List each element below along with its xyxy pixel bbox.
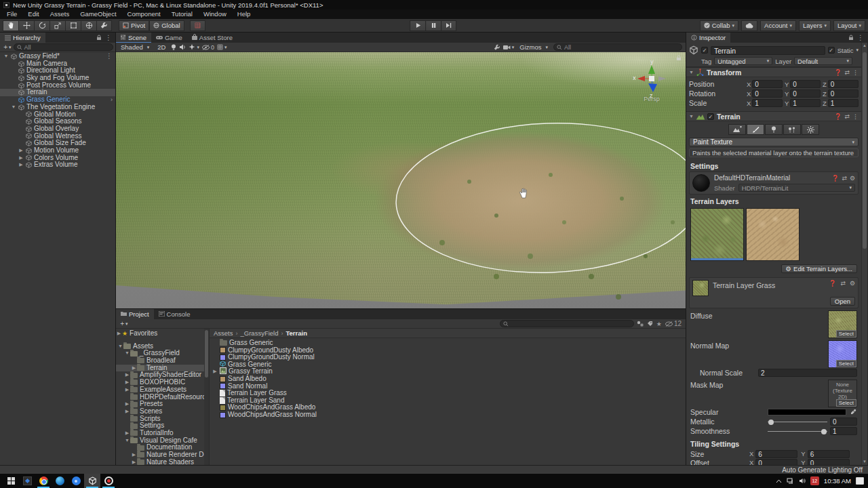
auto-generate-lighting-button[interactable]: Auto Generate Lighting Off xyxy=(782,466,863,474)
rotate-tool-button[interactable] xyxy=(34,20,50,31)
tab-hierarchy[interactable]: Hierarchy xyxy=(0,33,45,43)
position-x-field[interactable]: 0 xyxy=(752,80,783,88)
asset-grass-generic[interactable]: Grass Generic xyxy=(212,340,686,347)
scale-tool-button[interactable] xyxy=(50,20,65,31)
scale-z-field[interactable]: 1 xyxy=(828,99,859,107)
offset-x-field[interactable]: 0 xyxy=(755,459,797,466)
tab-asset-store[interactable]: Asset Store xyxy=(187,33,237,43)
panel-menu-icon[interactable]: ⋮ xyxy=(857,34,864,41)
scene-hidden-count[interactable]: 0 xyxy=(202,44,214,51)
select-button[interactable]: Select xyxy=(836,399,856,407)
network-icon[interactable] xyxy=(787,478,794,484)
material-preview-sphere[interactable] xyxy=(692,174,710,192)
expander-icon[interactable]: ▼ xyxy=(124,350,130,357)
tray-chevron-icon[interactable] xyxy=(776,479,782,483)
normal-map-texture-slot[interactable]: Select xyxy=(828,340,857,368)
expander-icon[interactable]: ▶ xyxy=(18,155,24,162)
breadcrumb-terrain[interactable]: Terrain xyxy=(285,329,307,337)
scene-camera-dropdown[interactable]: ▾ xyxy=(503,45,515,50)
static-dropdown-caret[interactable]: ▾ xyxy=(856,47,859,53)
smoothness-field[interactable]: 1 xyxy=(830,427,857,435)
start-button[interactable] xyxy=(3,474,19,488)
step-button[interactable] xyxy=(441,20,456,31)
project-search-input[interactable] xyxy=(500,320,634,327)
menu-window[interactable]: Window xyxy=(198,9,232,19)
menu-file[interactable]: File xyxy=(1,9,22,19)
hierarchy-item-the-vegetation-engine[interactable]: ▼The Vegetation Engine xyxy=(0,104,115,111)
menu-gameobject[interactable]: GameObject xyxy=(75,9,121,19)
project-folder-exampleassets[interactable]: ▶ExampleAssets xyxy=(116,386,209,394)
account-dropdown[interactable]: Account▾ xyxy=(760,20,796,31)
foldout-icon[interactable]: ▼ xyxy=(689,114,694,119)
project-tree-scrollbar[interactable] xyxy=(204,329,209,466)
terrain-component-header[interactable]: ▼ ✓ Terrain ❓ ⇄ ⋮ xyxy=(686,111,861,121)
hierarchy-search-input[interactable]: All xyxy=(14,43,113,51)
active-checkbox[interactable]: ✓ xyxy=(701,47,708,54)
prefab-open-arrow[interactable]: › xyxy=(111,96,115,104)
custom-tool-button[interactable] xyxy=(96,20,112,31)
search-by-label-icon[interactable] xyxy=(647,321,653,327)
presets-icon[interactable]: ⇄ xyxy=(844,113,850,120)
rotation-y-field[interactable]: 0 xyxy=(790,89,821,98)
global-toggle-button[interactable]: Global xyxy=(149,20,184,31)
smoothness-slider[interactable] xyxy=(768,428,827,434)
paint-terrain-tool[interactable] xyxy=(747,124,764,135)
paint-trees-tool[interactable] xyxy=(765,124,783,135)
scene-lighting-toggle[interactable] xyxy=(171,44,176,51)
volume-icon[interactable] xyxy=(799,478,806,484)
scene-tools-icon[interactable] xyxy=(494,44,500,51)
grid-snap-button[interactable] xyxy=(190,20,205,31)
asset-woodchipsandgrass-normal[interactable]: WoodChipsAndGrass Normal xyxy=(212,411,686,419)
transform-component-header[interactable]: ▼ Transform ❓ ⇄ ⋮ xyxy=(686,67,861,77)
shader-dropdown[interactable]: HDRP/TerrainLit▾ xyxy=(738,184,855,192)
metallic-field[interactable]: 0 xyxy=(830,418,857,426)
hierarchy-item-global-overlay[interactable]: Global Overlay xyxy=(0,125,115,133)
create-neighbor-terrains-tool[interactable] xyxy=(728,124,746,135)
component-menu-icon[interactable]: ⋮ xyxy=(852,69,859,76)
paint-tool-dropdown[interactable]: Paint Texture▾ xyxy=(689,138,859,146)
edit-terrain-layers-button[interactable]: ⚙ Edit Terrain Layers... xyxy=(781,264,857,273)
terrain-layer-sand-thumbnail[interactable] xyxy=(746,208,800,261)
eyedropper-icon[interactable] xyxy=(849,409,857,416)
viewport-lock-icon[interactable] xyxy=(676,55,682,61)
collab-button[interactable]: Collab▾ xyxy=(700,20,738,31)
help-icon[interactable]: ❓ xyxy=(834,69,842,76)
gameobject-name-field[interactable]: Terrain xyxy=(711,46,825,55)
calendar-badge[interactable]: 12 xyxy=(810,476,819,485)
lock-icon[interactable] xyxy=(848,35,854,41)
panel-menu-icon[interactable]: ⋮ xyxy=(105,34,112,41)
rect-tool-button[interactable] xyxy=(65,20,81,31)
expander-icon[interactable]: ▶ xyxy=(212,368,218,375)
expander-icon[interactable]: ▶ xyxy=(124,408,130,415)
breadcrumb-assets[interactable]: Assets xyxy=(214,329,233,337)
help-icon[interactable]: ❓ xyxy=(831,175,839,182)
taskbar-maps-icon[interactable] xyxy=(68,474,84,488)
2d-toggle[interactable]: 2D xyxy=(155,43,168,52)
menu-assets[interactable]: Assets xyxy=(45,9,75,19)
taskbar-edge-icon[interactable] xyxy=(52,474,68,488)
foldout-icon[interactable]: ▼ xyxy=(689,70,694,75)
select-button[interactable]: Select xyxy=(836,360,856,367)
offset-y-field[interactable]: 0 xyxy=(808,459,850,466)
help-icon[interactable]: ❓ xyxy=(834,113,842,120)
position-y-field[interactable]: 0 xyxy=(790,80,821,88)
metallic-slider[interactable] xyxy=(768,418,827,425)
hand-tool-button[interactable] xyxy=(3,20,18,31)
layer-dropdown[interactable]: Default▾ xyxy=(794,57,852,65)
expander-icon[interactable]: ▼ xyxy=(117,343,123,350)
tag-dropdown[interactable]: Untagged▾ xyxy=(714,57,772,65)
expander-icon[interactable]: ▶ xyxy=(124,430,130,437)
scene-viewport[interactable]: y x z Persp xyxy=(116,52,686,308)
menu-edit[interactable]: Edit xyxy=(22,9,44,19)
gear-icon[interactable]: ⚙ xyxy=(850,280,855,287)
hidden-packages-count[interactable]: 12 xyxy=(665,320,682,327)
gizmos-dropdown[interactable]: Gizmos▾ xyxy=(517,43,551,52)
hierarchy-item-post-process-volume[interactable]: Post Process Volume xyxy=(0,82,115,89)
terrain-layer-grass-thumbnail[interactable] xyxy=(690,208,744,261)
component-enabled-checkbox[interactable]: ✓ xyxy=(707,113,714,120)
component-menu-icon[interactable]: ⋮ xyxy=(852,113,859,120)
scene-search-input[interactable]: All xyxy=(553,43,682,51)
specular-color-swatch[interactable] xyxy=(768,409,846,415)
lock-icon[interactable] xyxy=(96,35,102,41)
tab-scene[interactable]: Scene xyxy=(116,33,151,43)
